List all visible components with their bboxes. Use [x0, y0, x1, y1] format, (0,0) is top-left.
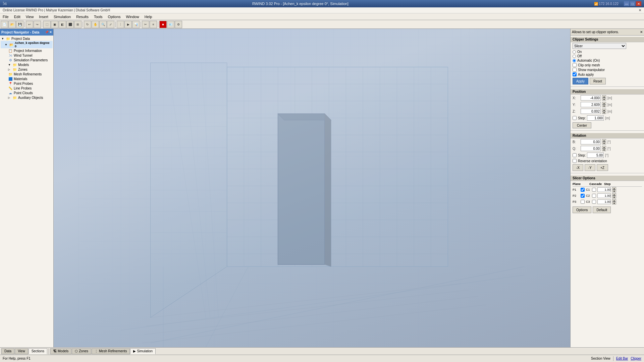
- menu-item-simulation[interactable]: Simulation: [51, 14, 73, 19]
- options-button[interactable]: Options: [573, 206, 591, 213]
- zoom-btn[interactable]: 🔍: [99, 21, 107, 28]
- slicer-p3-checkbox[interactable]: [581, 200, 585, 204]
- tree-item-zones[interactable]: ▷ 📁 Zones: [1, 67, 53, 72]
- wind-btn[interactable]: 💨: [167, 21, 174, 28]
- minimize-btn[interactable]: —: [624, 1, 629, 6]
- panel-close-btn[interactable]: ✕: [49, 31, 52, 34]
- settings-btn[interactable]: ⚙: [175, 21, 182, 28]
- sim-btn[interactable]: ▶: [124, 21, 132, 28]
- panel-pin-btn[interactable]: 📌: [45, 31, 49, 34]
- pos-x-up[interactable]: ▲: [602, 95, 606, 98]
- slicer-c2-checkbox[interactable]: [592, 194, 596, 198]
- rot-b-spin[interactable]: ▲ ▼: [602, 139, 606, 144]
- menu-item-help[interactable]: Help: [142, 14, 155, 19]
- reverse-checkbox[interactable]: [573, 159, 577, 163]
- slicer-p2-step[interactable]: [597, 193, 611, 198]
- edit-bar-btn[interactable]: Edit Bar: [616, 357, 628, 360]
- neg-x-button[interactable]: -X: [573, 164, 583, 171]
- license-close-btn[interactable]: ✕: [639, 8, 641, 12]
- section-btn[interactable]: ≡: [150, 21, 157, 28]
- slicer-c3-checkbox[interactable]: [592, 200, 596, 204]
- tab-sections[interactable]: Sections: [29, 348, 47, 354]
- pos-z-up[interactable]: ▲: [602, 109, 606, 111]
- new-btn[interactable]: 📄: [1, 21, 8, 28]
- pos-z-button[interactable]: +Z: [597, 164, 608, 171]
- title-bar-controls[interactable]: — □ ✕: [624, 1, 641, 6]
- tree-project[interactable]: ▼ 📂 Achen_k epsilon degree 0: [1, 41, 53, 48]
- rot-q-input[interactable]: [581, 146, 601, 151]
- slicer-p3-up[interactable]: ▲: [612, 199, 616, 202]
- slicer-p2-checkbox[interactable]: [581, 194, 585, 198]
- rotate-btn[interactable]: ↻: [84, 21, 91, 28]
- close-btn[interactable]: ✕: [636, 1, 641, 6]
- redo-btn[interactable]: ↪: [34, 21, 41, 28]
- pos-z-spin[interactable]: ▲ ▼: [602, 109, 606, 114]
- slicer-p1-down[interactable]: ▼: [612, 190, 616, 192]
- view-btn1[interactable]: ⬚: [43, 21, 51, 28]
- tree-item-pointclouds[interactable]: ☁ Point Clouds: [1, 90, 53, 95]
- menu-item-file[interactable]: File: [0, 14, 11, 19]
- tab-models[interactable]: 🏗 Models: [50, 348, 71, 354]
- save-btn[interactable]: 💾: [16, 21, 23, 28]
- slicer-p1-checkbox[interactable]: [581, 188, 585, 192]
- reset-button[interactable]: Reset: [590, 78, 606, 84]
- tab-zones[interactable]: ⬡ Zones: [72, 348, 91, 354]
- pos-y-up[interactable]: ▲: [602, 102, 606, 105]
- slicer-p2-spin[interactable]: ▲ ▼: [612, 193, 616, 198]
- pos-x-input[interactable]: [581, 95, 601, 101]
- slicer-p1-spin[interactable]: ▲ ▼: [612, 187, 616, 192]
- tree-root[interactable]: ▼ 📁 Project Data: [1, 36, 53, 41]
- pos-x-spin[interactable]: ▲ ▼: [602, 95, 606, 101]
- rot-q-up[interactable]: ▲: [602, 146, 606, 148]
- fit-btn[interactable]: ⤢: [107, 21, 114, 28]
- clip-mesh-checkbox[interactable]: [573, 63, 577, 67]
- manipulator-checkbox[interactable]: [573, 68, 577, 72]
- rot-q-down[interactable]: ▼: [602, 148, 606, 151]
- tab-mesh-refinements[interactable]: ⋮ Mesh Refinements: [92, 348, 130, 354]
- maximize-btn[interactable]: □: [630, 1, 635, 6]
- tree-item-pointprobes[interactable]: 📍 Point Probes: [1, 81, 53, 86]
- apply-button[interactable]: Apply: [573, 78, 588, 84]
- menu-item-insert[interactable]: Insert: [36, 14, 51, 19]
- slicer-p3-step[interactable]: [597, 199, 611, 204]
- view-btn4[interactable]: ⬛: [66, 21, 74, 28]
- center-button[interactable]: Center: [573, 122, 591, 128]
- rot-b-down[interactable]: ▼: [602, 142, 606, 144]
- results-btn[interactable]: 📊: [132, 21, 140, 28]
- menu-item-results[interactable]: Results: [73, 14, 91, 19]
- rot-step-input[interactable]: [587, 153, 604, 158]
- rot-q-spin[interactable]: ▲ ▼: [602, 146, 606, 151]
- rot-b-up[interactable]: ▲: [602, 139, 606, 142]
- menu-item-edit[interactable]: Edit: [11, 14, 23, 19]
- slicer-c1-checkbox[interactable]: [592, 188, 596, 192]
- view-btn5[interactable]: ⊞: [74, 21, 82, 28]
- pos-x-down[interactable]: ▼: [602, 98, 606, 101]
- tab-simulation[interactable]: ▶ Simulation: [130, 348, 156, 354]
- slicer-p1-step[interactable]: [597, 187, 611, 192]
- pos-step-checkbox[interactable]: [573, 116, 577, 120]
- viewport[interactable]: [54, 29, 570, 347]
- menu-item-tools[interactable]: Tools: [91, 14, 105, 19]
- panel-header-controls[interactable]: 📌 ✕: [45, 31, 52, 34]
- color-btn[interactable]: ■: [159, 21, 167, 28]
- radio-on[interactable]: [573, 50, 576, 54]
- clipper-btn[interactable]: Clipper: [631, 357, 641, 360]
- pos-z-down[interactable]: ▼: [602, 111, 606, 114]
- neg-y-button[interactable]: -Y: [585, 164, 595, 171]
- menu-item-window[interactable]: Window: [123, 14, 142, 19]
- radio-off[interactable]: [573, 55, 576, 58]
- mesh-btn[interactable]: ⋮: [117, 21, 124, 28]
- tab-data[interactable]: Data: [1, 348, 14, 354]
- open-btn[interactable]: 📂: [8, 21, 16, 28]
- pan-btn[interactable]: ✋: [92, 21, 99, 28]
- pos-y-down[interactable]: ▼: [602, 105, 606, 107]
- undo-btn[interactable]: ↩: [26, 21, 33, 28]
- pos-step-input[interactable]: [587, 115, 604, 121]
- view-btn2[interactable]: ▣: [51, 21, 58, 28]
- tree-item-materials[interactable]: 🟦 Materials: [1, 76, 53, 81]
- slicer-p2-up[interactable]: ▲: [612, 193, 616, 196]
- slicer-p3-spin[interactable]: ▲ ▼: [612, 199, 616, 204]
- view-btn3[interactable]: ◧: [59, 21, 66, 28]
- pos-y-input[interactable]: [581, 102, 601, 107]
- tree-item-meshrefinements[interactable]: 📁 Mesh Refinements: [1, 72, 53, 76]
